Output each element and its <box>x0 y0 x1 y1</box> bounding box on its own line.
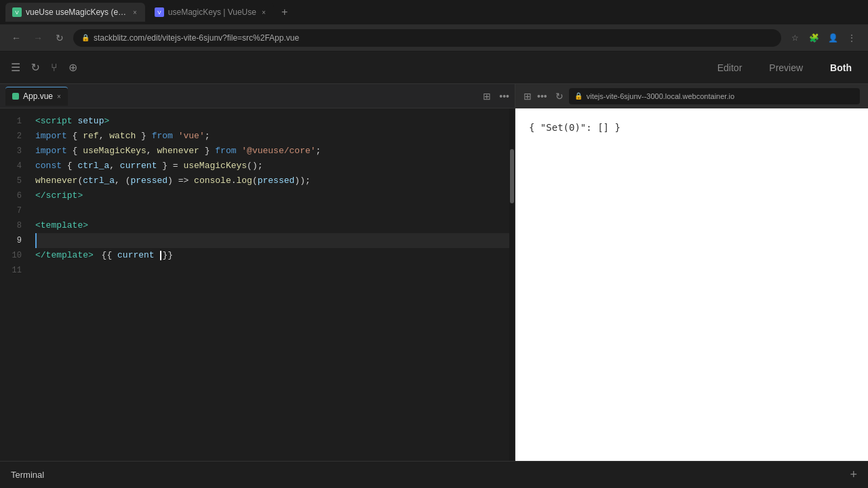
reload-button[interactable]: ↻ <box>52 30 68 46</box>
code-line-2: import { ref, watch } from 'vue'; <box>35 129 509 144</box>
preview-address-text: vitejs-vite-6sjunv--3000.local.webcontai… <box>587 92 734 100</box>
code-line-7 <box>35 203 509 218</box>
app-toolbar: ☰ ↺ ⑂ ⊕ Editor Preview Both <box>0 52 868 84</box>
tab-1[interactable]: V vueUse useMagicKeys (end a... × <box>5 3 145 22</box>
add-collaborator-icon[interactable]: ⊕ <box>68 61 77 74</box>
code-line-8: <template> <box>35 218 509 233</box>
tab-2-close[interactable]: × <box>260 7 267 18</box>
terminal-add-button[interactable]: + <box>850 468 857 482</box>
scrollbar-thumb <box>510 149 514 203</box>
line-num-7: 7 <box>0 203 27 218</box>
code-line-10: </template> <box>35 248 509 263</box>
line-num-5: 5 <box>0 174 27 188</box>
forward-button[interactable]: → <box>30 30 46 46</box>
tab-1-label: vueUse useMagicKeys (end a... <box>26 7 127 17</box>
line-num-8: 8 <box>0 218 27 233</box>
bookmark-icon[interactable]: ☆ <box>787 30 803 46</box>
preview-button[interactable]: Preview <box>764 60 808 76</box>
editor-tab-app-vue[interactable]: App.vue × <box>5 87 68 106</box>
line-num-10: 10 <box>0 248 27 263</box>
editor-actions: ⊞ ••• <box>483 91 509 102</box>
line-num-1: 1 <box>0 114 27 129</box>
address-text: stackblitz.com/edit/vitejs-vite-6sjunv?f… <box>94 33 299 43</box>
editor-button[interactable]: Editor <box>712 60 748 76</box>
preview-toolbar: ⊞ ••• ↻ 🔒 vitejs-vite-6sjunv--3000.local… <box>515 84 868 108</box>
preview-output: { "Set(0)": [] } <box>529 122 620 133</box>
line-num-4: 4 <box>0 159 27 174</box>
tab-2[interactable]: V useMagicKeys | VueUse × <box>148 3 274 22</box>
preview-lock-icon: 🔒 <box>574 92 583 100</box>
preview-address-bar[interactable]: 🔒 vitejs-vite-6sjunv--3000.local.webcont… <box>569 88 860 104</box>
main-area: App.vue × ⊞ ••• 1 2 3 4 5 6 7 8 9 10 11 <box>0 84 868 461</box>
both-button[interactable]: Both <box>825 60 857 76</box>
line-num-3: 3 <box>0 144 27 159</box>
toolbar-right: Editor Preview Both <box>712 60 857 76</box>
preview-panel-icon[interactable]: ⊞ <box>524 91 532 102</box>
new-tab-button[interactable]: + <box>277 4 293 20</box>
preview-content-area: { "Set(0)": [] } <box>515 108 868 461</box>
editor-content: 1 2 3 4 5 6 7 8 9 10 11 <script setup> i… <box>0 108 515 461</box>
nav-actions: ☆ 🧩 👤 ⋮ <box>787 30 860 46</box>
line-num-11: 11 <box>0 263 27 278</box>
fork-icon[interactable]: ⑂ <box>51 62 58 74</box>
lock-icon: 🔒 <box>81 34 90 41</box>
split-panel-icon[interactable]: ⊞ <box>483 91 491 102</box>
code-line-11 <box>35 263 509 278</box>
code-line-6: </script> <box>35 188 509 203</box>
code-line-1: <script setup> <box>35 114 509 129</box>
terminal-label: Terminal <box>11 470 44 480</box>
preview-panel: ⊞ ••• ↻ 🔒 vitejs-vite-6sjunv--3000.local… <box>515 84 868 461</box>
editor-scrollbar[interactable] <box>509 108 515 461</box>
more-options-icon[interactable]: ••• <box>499 91 509 102</box>
line-num-6: 6 <box>0 188 27 203</box>
preview-more-icon[interactable]: ••• <box>537 91 547 102</box>
profile-icon[interactable]: 👤 <box>825 30 841 46</box>
menu-icon[interactable]: ⋮ <box>844 30 860 46</box>
tab-2-favicon: V <box>155 7 164 17</box>
code-line-3: import { useMagicKeys, whenever } from '… <box>35 144 509 159</box>
undo-icon[interactable]: ↺ <box>31 61 40 74</box>
toolbar-left: ☰ ↺ ⑂ ⊕ <box>11 61 77 74</box>
code-area[interactable]: <script setup> import { ref, watch } fro… <box>27 108 509 461</box>
preview-refresh-icon[interactable]: ↻ <box>555 91 564 102</box>
line-num-9: 9 <box>0 233 27 248</box>
browser-nav-bar: ← → ↻ 🔒 stackblitz.com/edit/vitejs-vite-… <box>0 24 868 52</box>
editor-panel: App.vue × ⊞ ••• 1 2 3 4 5 6 7 8 9 10 11 <box>0 84 515 461</box>
line-numbers: 1 2 3 4 5 6 7 8 9 10 11 <box>0 108 27 461</box>
code-line-4: const { ctrl_a, current } = useMagicKeys… <box>35 159 509 174</box>
back-button[interactable]: ← <box>8 30 24 46</box>
tab-2-label: useMagicKeys | VueUse <box>168 7 256 17</box>
hamburger-menu-icon[interactable]: ☰ <box>11 61 20 74</box>
editor-tab-close[interactable]: × <box>57 93 61 100</box>
code-line-5: whenever(ctrl_a, (pressed) => console.lo… <box>35 174 509 188</box>
editor-tab-label: App.vue <box>23 92 53 101</box>
tab-1-favicon: V <box>12 7 22 17</box>
browser-tab-bar: V vueUse useMagicKeys (end a... × V useM… <box>0 0 868 24</box>
code-line-9: {{ current }} <box>35 233 509 248</box>
address-bar[interactable]: 🔒 stackblitz.com/edit/vitejs-vite-6sjunv… <box>73 29 781 47</box>
tab-1-close[interactable]: × <box>132 7 138 18</box>
editor-tab-bar: App.vue × ⊞ ••• <box>0 84 515 108</box>
line-num-2: 2 <box>0 129 27 144</box>
extension-icon[interactable]: 🧩 <box>806 30 822 46</box>
vue-file-icon <box>12 93 19 100</box>
terminal-bar[interactable]: Terminal + <box>0 461 868 488</box>
